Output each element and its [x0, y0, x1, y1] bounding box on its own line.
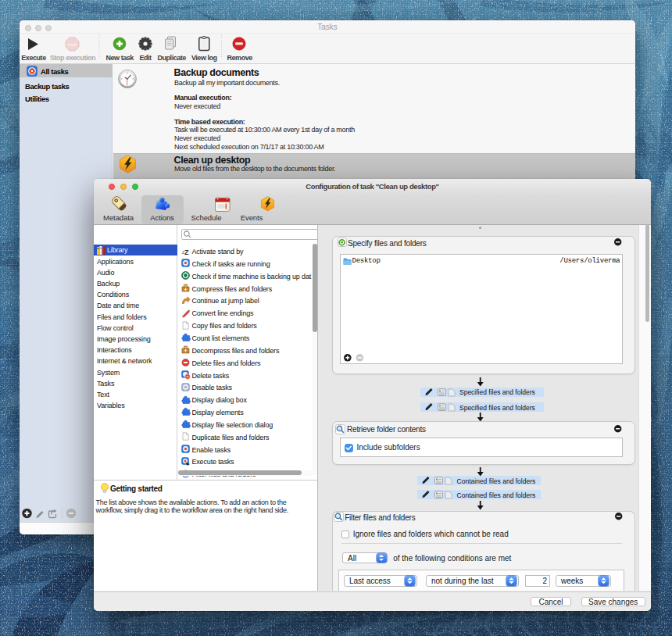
svg-text:STOP: STOP: [68, 43, 77, 47]
svg-text:Z: Z: [184, 248, 189, 255]
